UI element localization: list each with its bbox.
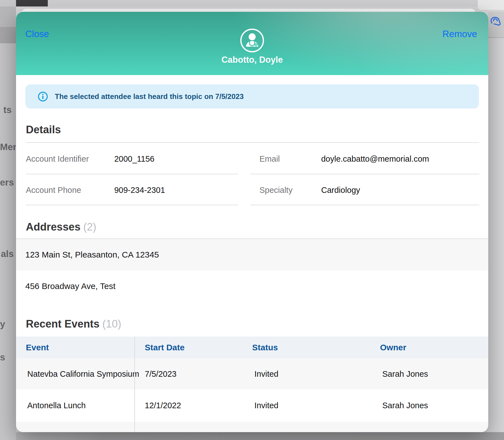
addresses-count: (2) (83, 221, 96, 233)
field-label: Specialty (259, 186, 320, 195)
background-sidebar: ts Men ers als y s (0, 0, 16, 440)
field-account-identifier: Account Identifier 2000_1156 (26, 154, 154, 164)
field-label: Email (259, 154, 320, 164)
sidebar-item-fragment: y (0, 319, 5, 330)
field-label: Account Phone (26, 186, 113, 195)
address-row[interactable]: 123 Main St, Pleasanton, CA 12345 (16, 239, 488, 270)
sidebar-item-fragment: ts (3, 105, 12, 115)
event-table-row-partial[interactable]: 22R3 Release Highlight (16, 422, 488, 432)
attendee-name-title: Cabotto, Doyle (16, 55, 488, 65)
event-cell: Antonella Lunch (27, 389, 86, 422)
status-cell: Invited (254, 358, 278, 389)
status-cell: Invited (254, 389, 278, 422)
background-top-band (0, 0, 504, 6)
remove-button[interactable]: Remove (442, 29, 477, 39)
column-header-status[interactable]: Status (252, 337, 278, 358)
sidebar-item-fragment: als (1, 249, 14, 259)
field-label: Account Identifier (26, 154, 113, 164)
field-divider (26, 205, 238, 205)
share-hand-icon[interactable] (490, 15, 504, 29)
sidebar-item-fragment: ers (0, 177, 14, 188)
field-email: Email doyle.cabatto@memorial.com (259, 154, 429, 164)
sidebar-toolbar-band (0, 27, 16, 43)
field-value: doyle.cabatto@memorial.com (321, 154, 429, 164)
field-value: 909-234-2301 (114, 186, 165, 195)
recent-events-heading: Recent Events(10) (26, 318, 121, 330)
field-divider (26, 174, 238, 174)
address-text: 123 Main St, Pleasanton, CA 12345 (25, 250, 159, 260)
background-bottom-band (16, 432, 504, 440)
owner-cell: Sarah Jones (382, 389, 428, 422)
sidebar-item-fragment: s (0, 352, 5, 363)
addresses-heading-label: Addresses (26, 221, 80, 233)
address-row[interactable]: 456 Broadway Ave, Test (16, 270, 488, 302)
field-value: 2000_1156 (114, 154, 154, 164)
doctor-avatar-icon (240, 28, 265, 53)
column-header-event[interactable]: Event (26, 337, 49, 358)
modal-teal-header: Close Remove Cabotto, Doyle (16, 12, 488, 75)
column-header-start-date[interactable]: Start Date (145, 337, 185, 358)
event-cell: Natevba California Symposium (27, 358, 139, 389)
sidebar-item-fragment: Men (0, 142, 16, 152)
field-divider (250, 205, 479, 205)
field-account-phone: Account Phone 909-234-2301 (26, 186, 165, 195)
event-table-row[interactable]: Natevba California Symposium 7/5/2023 In… (16, 358, 488, 389)
address-text: 456 Broadway Ave, Test (25, 281, 116, 291)
background-right-divider (488, 37, 504, 38)
field-specialty: Specialty Cardiology (259, 186, 360, 195)
close-button[interactable]: Close (25, 29, 49, 39)
details-heading: Details (26, 124, 61, 136)
recent-events-count: (10) (102, 318, 121, 330)
owner-cell: Sarah Jones (382, 358, 428, 389)
events-table-header: Event Start Date Status Owner (16, 337, 488, 358)
info-icon (38, 91, 48, 102)
section-divider (26, 142, 479, 143)
event-table-row[interactable]: Antonella Lunch 12/1/2022 Invited Sarah … (16, 389, 488, 422)
sidebar-top-segment (0, 6, 16, 27)
field-value: Cardiology (321, 186, 360, 195)
recent-events-heading-label: Recent Events (26, 318, 100, 330)
start-date-cell: 12/1/2022 (145, 389, 181, 422)
details-heading-label: Details (26, 124, 61, 136)
column-header-owner[interactable]: Owner (380, 337, 406, 358)
background-right-tab (478, 0, 504, 10)
info-banner: The selected attendee last heard this to… (25, 84, 479, 109)
table-column-divider (134, 337, 135, 432)
info-banner-text: The selected attendee last heard this to… (55, 92, 244, 101)
addresses-heading: Addresses(2) (26, 221, 96, 233)
start-date-cell: 7/5/2023 (145, 358, 177, 389)
field-divider (250, 174, 479, 174)
attendee-detail-modal: Close Remove Cabotto, Doyle The selected… (16, 12, 488, 432)
